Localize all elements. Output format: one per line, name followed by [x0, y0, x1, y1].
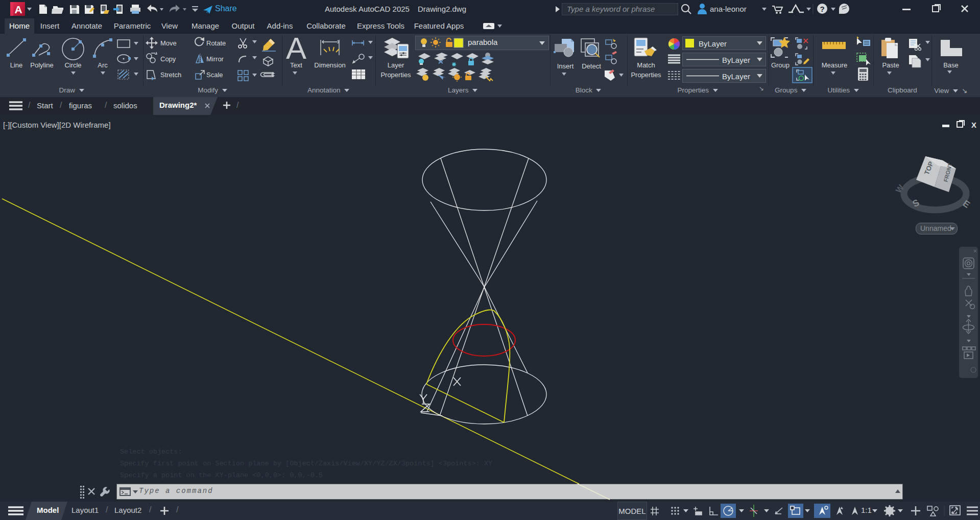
svg-text:?: ?: [820, 5, 824, 13]
svg-text:ByLayer: ByLayer: [699, 39, 727, 48]
svg-text:ByLayer: ByLayer: [722, 56, 750, 64]
svg-text:A: A: [14, 4, 22, 15]
svg-text:ByLayer: ByLayer: [722, 72, 750, 81]
svg-text:A: A: [286, 34, 306, 65]
svg-text:X: X: [971, 121, 976, 129]
